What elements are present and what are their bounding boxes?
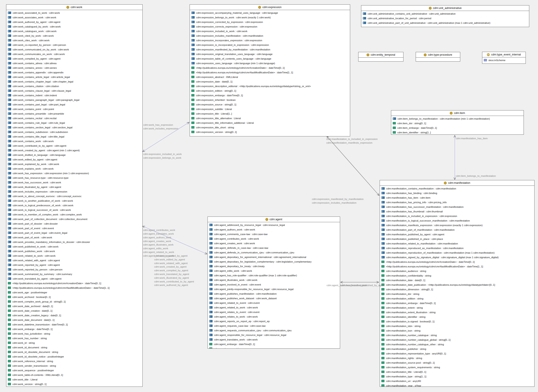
attribute-row[interactable]: cdm:expression_date : date[0..1] (190, 79, 350, 84)
attribute-row[interactable]: cdm:work_datetime_transmission : dateTim… (6, 322, 142, 327)
attribute-row[interactable]: cdm:work_summarized_by_summary : cdm:sum… (6, 272, 142, 276)
attribute-row[interactable]: cdm:expression_source : string[0..1] (190, 102, 350, 107)
attribute-row[interactable]: cdm:work_co-reported_by_person : cdm:per… (6, 42, 142, 47)
class-box-cdm-manifestation[interactable]: cdm:manifestationcdm:manifestation_conta… (380, 180, 534, 387)
attribute-row[interactable]: cdm:work_catalogues_work : cdm:work (6, 29, 142, 33)
attribute-row[interactable]: cdm:work_contains_preamble : cdm:preambl… (6, 111, 142, 116)
attribute-row[interactable]: cdm:work_complex_work_group_id : string[… (6, 299, 142, 304)
attribute-row[interactable]: cdm:agent_embargo : dateTime[0..1] (208, 342, 340, 346)
attribute-row[interactable]: cdm:work_compiled_by_agent : cdm:agent (6, 56, 142, 61)
attribute-row[interactable]: cdm:agent_requests_case-law : cdm:case-l… (208, 323, 340, 328)
class-box-cdm-agent[interactable]: cdm:agentcdm:agent_addressed_by_resource… (208, 216, 340, 349)
attribute-row[interactable]: cdm:work_age : positiveInteger (6, 290, 142, 295)
class-box-cdm-expression[interactable]: cdm:expressioncdm:expression_accompanyin… (190, 4, 350, 136)
attribute-row[interactable]: cdm:manifestation_has_item : cdm:item (380, 195, 534, 200)
attribute-row[interactable]: cdm:work_id_document : string (6, 345, 142, 350)
attribute-row[interactable]: cdm:work_communicated_on_by_work : cdm:w… (6, 47, 142, 52)
attribute-row[interactable]: cdm:expression_manifested_by_manifestati… (190, 47, 350, 52)
attribute-row[interactable]: cdm:manifestation_is-signed : boolean[0.… (380, 319, 534, 324)
attribute-row[interactable]: cdm:expression_corrected_by_expression :… (190, 20, 350, 24)
attribute-row[interactable]: cdm:manifestation_title : Literal[0..1] (380, 369, 534, 374)
class-box-cdm-unit-administrative[interactable]: cdm:unit_administrativecdm:unit_administ… (361, 5, 529, 27)
class-title-bar[interactable]: cdm:expression (190, 5, 350, 10)
attribute-row[interactable]: cdm:agent_jointly-responsible_for_resour… (208, 287, 340, 291)
class-box-cdm-entity-temporal[interactable]: cdm:entity_temporal (358, 52, 403, 61)
attribute-row[interactable]: cdm:work_contains_citation : cdm:citatio… (6, 84, 142, 89)
attribute-row[interactable]: <http://publications.europa.eu/ontology/… (190, 65, 350, 70)
attribute-row[interactable]: cdm:agent_translates_work : cdm:work (208, 337, 340, 342)
attribute-row[interactable]: cdm:expression_includes_manifestation : … (190, 33, 350, 38)
attribute-row[interactable]: cdm:work_contains_appendix : cdm:appendi… (6, 70, 142, 75)
class-title-bar[interactable]: cdm:type_event_internal (482, 52, 526, 57)
attribute-row[interactable]: cdm:work_contains_chapter_legal : cdm:ch… (6, 79, 142, 84)
attribute-row[interactable]: cdm:work_authored_by_agent : cdm:agent (6, 20, 142, 24)
attribute-row[interactable]: cdm:agent_involved_in_event : cdm:event (208, 282, 340, 287)
attribute-row[interactable]: cdm:manifestation_is_included_in_express… (380, 214, 534, 218)
attribute-row[interactable]: cdm:work_id_obsolete_notice : positiveIn… (6, 354, 142, 359)
attribute-row[interactable]: cdm:work_communicates_on_work : cdm:work (6, 52, 142, 56)
attribute-row[interactable]: cdm:work_is_about_concept_eurovoc : cdm:… (6, 194, 142, 198)
attribute-row[interactable]: cdm:work_contributed_to_by_agent : cdm:a… (6, 143, 142, 148)
attribute-row[interactable]: cdm:manifestation_dimension : string[0..… (380, 287, 534, 292)
attribute-row[interactable]: cdm:agent_edits_work : cdm:work (208, 268, 340, 273)
attribute-row[interactable]: cdm:work_archived : boolean[0..1] (6, 295, 142, 299)
attribute-row[interactable]: cdm:agent_related_to_event : cdm:event (208, 301, 340, 305)
attribute-row[interactable]: cdm:agent_comments_case-law : cdm:case-l… (208, 232, 340, 236)
attribute-row[interactable]: cdm:manifestation_date : date[0..1] (380, 278, 534, 282)
attribute-row[interactable]: cdm:work_is_member_of_complex_work : cdm… (6, 212, 142, 217)
attribute-row[interactable]: cdm:work_associates_work : cdm:work (6, 15, 142, 20)
attribute-row[interactable]: cdm:expression_table_of_contents_uses_la… (190, 56, 350, 61)
attribute-row[interactable]: cdm:manifestation_reproduction_of_manife… (380, 250, 534, 255)
attribute-row[interactable]: cdm:expression_subtitle : Literal (190, 107, 350, 111)
class-title-bar[interactable]: cdm:manifestation (380, 180, 534, 186)
attribute-row[interactable]: cdm:manifestation_has_pricing_info : cdm… (380, 200, 534, 205)
attribute-row[interactable]: cdm:expression_version : string[0..1] (190, 130, 350, 134)
class-title-bar[interactable]: cdm:entity_temporal (359, 52, 403, 58)
attribute-row[interactable]: cdm:manifestation_published_in_place : c… (380, 237, 534, 241)
attribute-row[interactable]: cdm:manifestation_manifests_expression :… (380, 223, 534, 227)
attribute-row[interactable]: cdm:agent_relates_to_work : cdm:work (208, 314, 340, 319)
attribute-row[interactable]: cdm:work_contains_alinea : cdm:alinea (6, 61, 142, 65)
attribute-row[interactable]: cdm:item_identifier : string[1..] (391, 130, 524, 135)
attribute-row[interactable]: cdm:work_sequence : positiveInteger (6, 368, 142, 373)
attribute-row[interactable]: cdm:expression_title_alternative : Liter… (190, 116, 350, 121)
attribute-row[interactable]: cdm:expression_abstract : XMLLiteral (190, 75, 350, 79)
attribute-row[interactable]: cdm:work_version : string[0..1] (6, 382, 142, 386)
attribute-row[interactable]: cdm:manifestation_type : string[1..1] (380, 374, 534, 379)
attribute-row[interactable]: cdm:agent_related_to_work : cdm:work (208, 305, 340, 310)
attribute-row[interactable]: cdm:manifestation_number_catalogue : str… (380, 333, 534, 337)
attribute-row[interactable]: cdm:item_embargo : dateTime[0..1] (391, 126, 524, 130)
attribute-row[interactable]: cdm:work_related_to_work : cdm:work (6, 253, 142, 258)
attribute-row[interactable]: cdm:manifestation_has_thumbnail : cdm:th… (380, 209, 534, 214)
attribute-row[interactable]: cdm:expression_edition : string[0..1] (190, 89, 350, 93)
attribute-row[interactable]: cdm:expression_corrects_expression : cdm… (190, 24, 350, 29)
attribute-row[interactable]: cdm:work_part_of_dossier : cdm:dossier (6, 221, 142, 226)
attribute-row[interactable]: cdm:work_has_expression : cdm:expression… (6, 171, 142, 176)
attribute-row[interactable]: cdm:work_related_with_agent : cdm:agent (6, 258, 142, 263)
attribute-row[interactable]: cdm:work_contains_part_legal : cdm:part_… (6, 102, 142, 107)
attribute-row[interactable]: cdm:agent_defends_in_communication_cjeu … (208, 250, 340, 255)
attribute-row[interactable]: cdm:expression_incorporates_expression :… (190, 38, 350, 42)
attribute-row[interactable]: cdm:manifestation_signed_by_signature_di… (380, 255, 534, 260)
class-title-bar[interactable]: cdm:type-procedure (416, 52, 460, 58)
attribute-row[interactable]: cdm:work_illustrated_by_agent : cdm:agen… (6, 185, 142, 189)
attribute-row[interactable]: cdm:manifestation_date_publication : <ht… (380, 282, 534, 287)
attribute-row[interactable]: cdm:work_date_creation_legacy : date[0..… (6, 313, 142, 317)
attribute-row[interactable]: cdm:work_cites_work : cdm:work (6, 38, 142, 42)
attribute-row[interactable]: cdm:work_drafted_in_language : cdm:langu… (6, 153, 142, 157)
attribute-row[interactable]: cdm:work_part_of_event_legal : cdm:event… (6, 230, 142, 235)
attribute-row[interactable]: cdm:work_has_resource-type : cdm:resourc… (6, 176, 142, 180)
attribute-row[interactable]: cdm:manifestation_identifier : string (380, 314, 534, 319)
attribute-row[interactable]: cdm:manifestation_isbn : string (380, 324, 534, 328)
attribute-row[interactable]: cdm:expression_belongs_to_work : cdm:wor… (190, 15, 350, 20)
attribute-row[interactable]: cdm:work_catalogued_by_work : cdm:work (6, 24, 142, 29)
attribute-row[interactable]: cdm:manifestation_contains_manifestation… (380, 186, 534, 191)
attribute-row[interactable]: cdm:manifestation_issn : string (380, 328, 534, 333)
attribute-row[interactable]: cdm:manifestation_uri : anyURI (380, 379, 534, 383)
attribute-row[interactable]: <http://publications.europa.eu/ontology/… (380, 260, 534, 264)
attribute-row[interactable]: cdm:work_is_logical_predecessor_of_work … (6, 203, 142, 208)
attribute-row[interactable]: cdm:expression_included_in_work : cdm:wo… (190, 29, 350, 33)
attribute-row[interactable]: cdm:manifestation_doi : string (380, 292, 534, 296)
class-title-bar[interactable]: cdm:unit_administrative (361, 5, 529, 11)
attribute-row[interactable]: cdm:work_contains_point : cdm:point (6, 107, 142, 111)
